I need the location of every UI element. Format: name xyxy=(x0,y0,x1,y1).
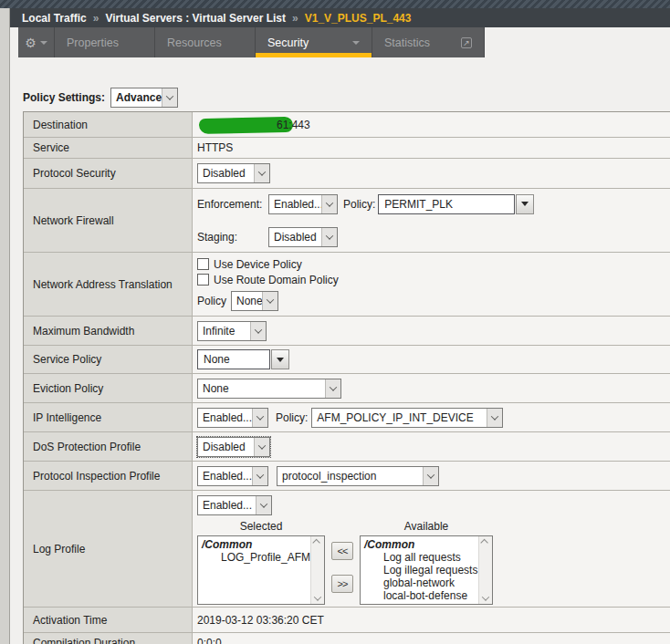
chevron-down-icon xyxy=(262,292,277,310)
enforcement-label: Enforcement: xyxy=(197,198,268,211)
list-item[interactable]: LOG_Profile_AFM xyxy=(202,551,310,564)
ip-intelligence-policy-select[interactable]: AFM_POLICY_IP_INT_DEVICE xyxy=(311,408,503,428)
row-destination: Destination 61:443 xyxy=(24,112,670,138)
row-label: Log Profile xyxy=(24,491,193,607)
row-eviction-policy: Eviction Policy None xyxy=(24,374,670,403)
nat-policy-select[interactable]: None xyxy=(231,291,278,311)
enforcement-select[interactable]: Enabled... xyxy=(268,194,338,214)
chevron-down-icon xyxy=(40,41,47,45)
row-label: Network Firewall xyxy=(24,189,193,252)
chevron-down-icon xyxy=(256,496,271,514)
chevron-down-icon xyxy=(254,438,269,456)
tab-security-active[interactable]: Security xyxy=(256,27,372,57)
row-label: Compilation Duration xyxy=(24,633,193,644)
use-device-policy-label: Use Device Policy xyxy=(214,258,302,271)
row-network-address-translation: Network Address Translation Use Device P… xyxy=(24,253,670,317)
top-texture-band xyxy=(0,0,670,8)
tab-resources[interactable]: Resources xyxy=(155,27,256,57)
chevron-down-icon xyxy=(321,228,337,246)
row-label: Protocol Inspection Profile xyxy=(24,462,193,490)
nat-policy-label: Policy xyxy=(197,295,226,307)
selected-listbox[interactable]: /Common LOG_Profile_AFM xyxy=(197,535,325,605)
list-item[interactable]: Log all requests xyxy=(364,551,478,564)
breadcrumb-current-virtual-server: V1_V_PLUS_PL_443 xyxy=(305,12,412,25)
chevron-down-icon xyxy=(325,379,340,398)
available-list-header: Available xyxy=(404,520,448,533)
virtual-server-security-page: Local Traffic » Virtual Servers : Virtua… xyxy=(0,0,670,644)
row-dos-protection-profile: DoS Protection Profile Disabled xyxy=(24,432,670,462)
use-device-policy-checkbox[interactable] xyxy=(197,258,209,270)
external-link-icon: ↗ xyxy=(461,37,472,48)
active-tab-indicator xyxy=(256,53,372,57)
protocol-inspection-profile-select[interactable]: protocol_inspection xyxy=(277,466,439,486)
security-settings-table: Destination 61:443 Service HTTPS Protoco… xyxy=(23,111,670,644)
eviction-policy-select[interactable]: None xyxy=(197,379,341,399)
row-label: Destination xyxy=(24,112,193,137)
chevron-down-icon xyxy=(254,164,269,182)
use-route-domain-policy-checkbox[interactable] xyxy=(197,274,209,286)
triangle-down-icon xyxy=(521,202,529,206)
scroll-down-icon[interactable] xyxy=(479,592,492,604)
row-label: Eviction Policy xyxy=(24,374,193,402)
list-item[interactable]: Log illegal requests xyxy=(364,564,478,576)
row-protocol-security: Protocol Security Disabled xyxy=(24,159,670,189)
policy-settings-select[interactable]: Advanced xyxy=(110,88,178,108)
log-profile-dual-list: Selected /Common LOG_Profile_AFM xyxy=(197,520,493,605)
row-activation-time: Activation Time 2019-03-12 03:36:20 CET xyxy=(24,608,670,633)
destination-port-text: 61:443 xyxy=(277,119,310,131)
staging-select[interactable]: Disabled xyxy=(268,227,338,247)
selected-list-scrollbar[interactable] xyxy=(310,536,324,604)
scroll-up-icon[interactable] xyxy=(311,536,324,548)
scroll-up-icon[interactable] xyxy=(479,536,492,548)
selected-group-common: /Common xyxy=(202,538,310,551)
dos-protection-select[interactable]: Disabled xyxy=(197,437,270,457)
firewall-policy-label: Policy: xyxy=(343,198,375,211)
row-label: Service Policy xyxy=(24,346,193,373)
combo-dropdown-button[interactable] xyxy=(271,349,289,369)
left-nav-edge xyxy=(0,8,10,644)
available-listbox[interactable]: /Common Log all requests Log illegal req… xyxy=(360,535,493,605)
breadcrumb-separator: » xyxy=(292,12,298,25)
service-policy-combobox[interactable]: None xyxy=(197,349,289,369)
use-route-domain-policy-label: Use Route Domain Policy xyxy=(214,274,339,286)
move-to-available-button[interactable]: >> xyxy=(331,575,353,593)
row-label: DoS Protection Profile xyxy=(24,432,193,461)
breadcrumb: Local Traffic » Virtual Servers : Virtua… xyxy=(10,8,670,27)
staging-label: Staging: xyxy=(197,231,268,244)
maximum-bandwidth-select[interactable]: Infinite xyxy=(197,321,267,341)
chevron-down-icon xyxy=(321,195,337,213)
move-to-selected-button[interactable]: << xyxy=(331,542,353,560)
list-item[interactable]: local-bot-defense xyxy=(364,589,478,602)
service-value: HTTPS xyxy=(193,138,670,158)
gear-menu-button[interactable]: ⚙ xyxy=(18,27,55,57)
tab-bar: ⚙ Properties Resources Security Statisti… xyxy=(18,27,485,57)
tab-statistics[interactable]: Statistics ↗ xyxy=(372,27,485,57)
available-list-scrollbar[interactable] xyxy=(478,536,492,604)
combo-dropdown-button[interactable] xyxy=(516,194,534,214)
ip-intelligence-select[interactable]: Enabled... xyxy=(197,408,268,428)
tab-properties[interactable]: Properties xyxy=(55,27,155,57)
row-maximum-bandwidth: Maximum Bandwidth Infinite xyxy=(24,317,670,346)
protocol-security-select[interactable]: Disabled xyxy=(197,163,270,183)
firewall-policy-combobox[interactable]: PERMIT_PLK xyxy=(378,194,534,214)
row-network-firewall: Network Firewall Enforcement: Enabled...… xyxy=(24,189,670,253)
row-ip-intelligence: IP Intelligence Enabled... Policy: AFM_P… xyxy=(24,403,670,432)
row-compilation-duration: Compilation Duration 0:0:0 xyxy=(24,633,670,644)
ip-intelligence-policy-label: Policy: xyxy=(276,411,308,424)
selected-list-header: Selected xyxy=(240,520,283,533)
row-label: Activation Time xyxy=(24,608,193,632)
log-profile-enable-select[interactable]: Enabled... xyxy=(197,495,272,515)
chevron-down-icon xyxy=(352,41,360,45)
row-label: Service xyxy=(24,138,193,158)
policy-settings-bar: Policy Settings: Advanced xyxy=(23,88,178,108)
protocol-inspection-enable-select[interactable]: Enabled... xyxy=(197,466,268,486)
list-item[interactable]: global-network xyxy=(364,576,478,589)
breadcrumb-local-traffic[interactable]: Local Traffic xyxy=(22,12,87,25)
chevron-down-icon xyxy=(252,467,267,485)
triangle-down-icon xyxy=(277,358,284,362)
scroll-down-icon[interactable] xyxy=(311,592,324,604)
chevron-down-icon xyxy=(162,88,177,107)
chevron-down-icon xyxy=(423,467,438,485)
policy-settings-label: Policy Settings: xyxy=(23,91,105,104)
breadcrumb-virtual-server-list[interactable]: Virtual Servers : Virtual Server List xyxy=(105,12,286,25)
